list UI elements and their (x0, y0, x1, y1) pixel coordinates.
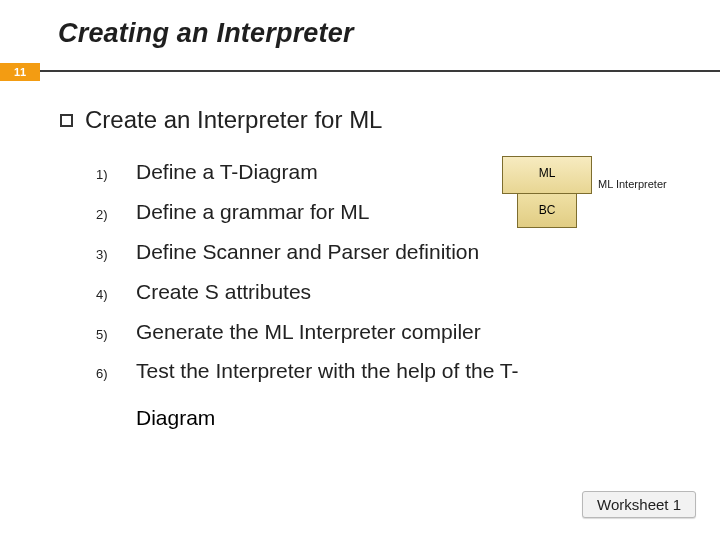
lead-bullet-row: Create an Interpreter for ML (60, 106, 690, 134)
slide: Creating an Interpreter 11 Create an Int… (0, 0, 720, 540)
square-bullet-icon (60, 114, 73, 127)
t-diagram-bottom-label: BC (502, 203, 592, 217)
item-number: 5) (96, 323, 118, 348)
item-text: Define a T-Diagram (136, 152, 318, 192)
item-number: 4) (96, 283, 118, 308)
item-text: Define a grammar for ML (136, 192, 369, 232)
list-item: 5) Generate the ML Interpreter compiler (96, 312, 690, 352)
list-item: 4) Create S attributes (96, 272, 690, 312)
t-diagram-top-label: ML (502, 166, 592, 180)
item-number: 2) (96, 203, 118, 228)
item-text: Generate the ML Interpreter compiler (136, 312, 481, 352)
t-diagram: ML BC ML Interpreter (502, 156, 682, 256)
item-number: 3) (96, 243, 118, 268)
page-number-badge: 11 (0, 63, 40, 81)
t-diagram-caption: ML Interpreter (598, 178, 667, 190)
lead-text: Create an Interpreter for ML (85, 106, 382, 134)
content-area: Create an Interpreter for ML 1) Define a… (0, 88, 720, 439)
item-continuation: Diagram (136, 397, 690, 439)
header-rule: 11 (0, 63, 720, 88)
item-number: 6) (96, 362, 118, 387)
header-divider (40, 70, 720, 88)
list-item: 6) Test the Interpreter with the help of… (96, 351, 690, 391)
item-text: Test the Interpreter with the help of th… (136, 351, 519, 391)
item-text: Define Scanner and Parser definition (136, 232, 479, 272)
slide-title: Creating an Interpreter (0, 0, 720, 49)
item-number: 1) (96, 163, 118, 188)
item-text: Create S attributes (136, 272, 311, 312)
worksheet-button[interactable]: Worksheet 1 (582, 491, 696, 518)
